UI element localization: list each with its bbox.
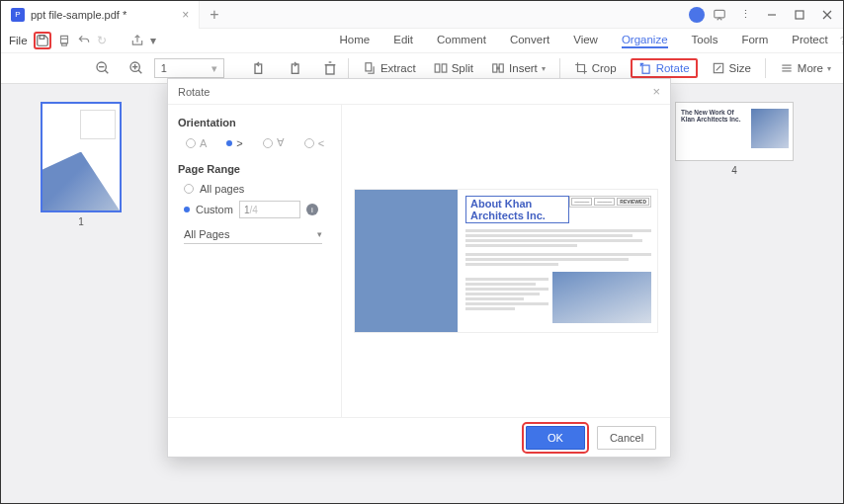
orientation-label: Orientation [178,117,331,128]
info-icon[interactable]: i [306,204,318,215]
file-menu[interactable]: File [9,35,28,46]
dropdown-icon[interactable]: ▾ [150,32,156,49]
maximize-button[interactable] [788,3,811,27]
dialog-options: Orientation A > ∀ < Page Range All pages… [168,105,342,417]
svg-rect-5 [40,36,44,40]
crop-label: Crop [592,62,617,74]
svg-line-11 [105,70,108,73]
thumbnail-1[interactable]: 1 [41,102,122,503]
svg-rect-22 [435,64,440,72]
delete-icon[interactable] [322,60,338,76]
menubar: File ↻ ▾ Home Edit Comment Convert View … [1,29,843,52]
orient-right[interactable]: > [226,137,242,149]
svg-rect-21 [366,63,372,71]
menu-protect[interactable]: Protect [792,34,827,48]
menu-edit[interactable]: Edit [393,34,413,48]
user-avatar-icon[interactable] [689,7,705,23]
rotate-left-icon[interactable] [251,60,267,76]
pages-select[interactable]: All Pages ▾ [184,224,322,244]
menu-home[interactable]: Home [340,34,371,48]
extract-button[interactable]: Extract [359,59,420,77]
svg-rect-24 [493,64,497,72]
thumb4-title: The New Work Of Klan Architects Inc. [681,109,740,123]
preview-title: About Khan Architects Inc. [465,196,569,223]
split-icon [434,61,448,75]
menu-convert[interactable]: Convert [510,34,549,48]
zoom-in-icon[interactable] [128,60,144,76]
rotate-button[interactable]: Rotate [631,58,698,78]
preview-page: About Khan Architects Inc. ——— ——— REVIE… [354,189,658,333]
tab-title: ppt file-sample.pdf * [31,9,127,21]
custom-option[interactable]: Custom 1/4 i [184,201,331,218]
more-button[interactable]: More ▾ [776,59,835,77]
orient-up[interactable]: A [186,137,207,149]
save-icon[interactable] [34,32,51,49]
custom-input[interactable]: 1/4 [239,201,300,218]
svg-line-15 [138,70,141,73]
minimize-button[interactable] [760,3,784,27]
print-icon[interactable] [57,32,71,49]
insert-button[interactable]: Insert ▾ [487,59,549,77]
page-number-input[interactable]: 1▾ [154,58,224,78]
menu-form[interactable]: Form [741,34,768,48]
dialog-titlebar: Rotate × [168,79,670,105]
rotate-icon [638,61,652,75]
chevron-down-icon: ▾ [317,229,322,239]
split-label: Split [452,62,473,74]
thumb-label-1: 1 [41,216,122,227]
share-icon[interactable] [130,32,144,49]
dialog-footer: OK Cancel [168,417,670,457]
chat-icon[interactable] [709,4,730,26]
svg-rect-18 [326,65,334,74]
kebab-icon[interactable]: ⋮ [734,4,756,26]
more-icon [780,61,794,75]
rotate-right-icon[interactable] [287,60,302,76]
dialog-preview: About Khan Architects Inc. ——— ——— REVIE… [342,105,670,417]
svg-rect-2 [796,11,803,19]
menu-view[interactable]: View [573,34,598,48]
size-button[interactable]: Size [708,59,755,77]
document-tab[interactable]: P ppt file-sample.pdf * × [1,1,200,29]
undo-icon[interactable] [77,32,91,49]
extract-icon [363,61,377,75]
svg-rect-6 [60,39,67,43]
menu-comment[interactable]: Comment [437,34,486,48]
rotate-dialog: Rotate × Orientation A > ∀ < Page Range … [167,78,671,458]
zoom-out-icon[interactable] [95,60,111,76]
insert-label: Insert [509,62,538,74]
close-tab-icon[interactable]: × [182,8,189,22]
redo-icon[interactable]: ↻ [97,32,107,49]
size-label: Size [729,62,751,74]
menu-tools[interactable]: Tools [692,34,718,48]
thumb-page-1[interactable] [41,102,122,212]
split-button[interactable]: Split [430,59,477,77]
thumbnail-4[interactable]: The New Work Of Klan Architects Inc. 4 [675,102,794,503]
ok-button[interactable]: OK [526,426,585,450]
orientation-options: A > ∀ < [186,136,331,149]
rotate-label: Rotate [656,62,690,74]
help-icon[interactable]: ? [840,32,844,49]
svg-rect-23 [442,64,447,72]
svg-rect-28 [642,65,649,73]
all-pages-option[interactable]: All pages [184,183,331,195]
crop-button[interactable]: Crop [570,59,621,77]
cancel-button[interactable]: Cancel [597,426,656,450]
menu-organize[interactable]: Organize [622,34,668,48]
thumb-page-4[interactable]: The New Work Of Klan Architects Inc. [675,102,794,161]
close-window-button[interactable] [815,3,839,27]
dialog-title: Rotate [178,86,210,98]
app-icon: P [11,8,25,22]
titlebar: P ppt file-sample.pdf * × + ⋮ [1,1,843,29]
orient-left[interactable]: < [304,137,324,149]
size-icon [712,61,725,75]
thumb-label-4: 4 [675,165,794,176]
crop-icon [574,61,588,75]
svg-rect-25 [499,64,503,72]
main-menu: Home Edit Comment Convert View Organize … [340,34,828,48]
new-tab-button[interactable]: + [200,6,228,24]
preview-tags: ——— ——— REVIEWED [569,196,651,208]
dialog-close-icon[interactable]: × [652,84,660,99]
page-value: 1 [161,62,167,74]
more-label: More [798,62,823,74]
orient-down[interactable]: ∀ [263,136,285,149]
